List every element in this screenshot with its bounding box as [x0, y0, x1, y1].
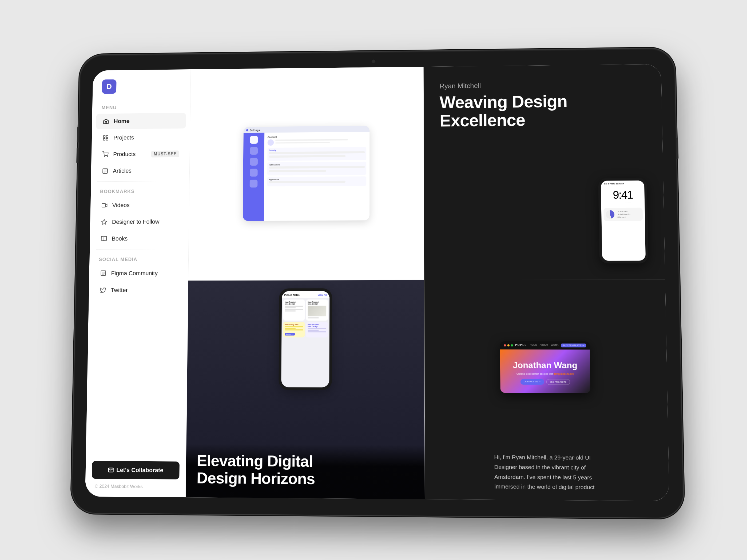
collaborate-button[interactable]: Let's Collaborate — [92, 461, 180, 479]
figma-community-label: Figma Community — [111, 270, 158, 277]
bookmarks-section-label: BOOKMARKS — [91, 183, 189, 197]
phone-time: 9:41 — [601, 186, 645, 203]
notes-header: Pinned Notes View All — [282, 291, 330, 298]
elevating-title: Elevating Digital Design Horizons — [197, 452, 414, 488]
hero-name: Ryan Mitchell — [439, 80, 645, 90]
twitter-label: Twitter — [111, 287, 128, 294]
sidebar-item-home[interactable]: Home — [96, 113, 186, 129]
svg-rect-1 — [106, 135, 108, 137]
phone-date: Sat 4 ✦ NYC 12:41 AM — [604, 183, 624, 185]
phone-status-bar: Sat 4 ✦ NYC 12:41 AM — [601, 181, 644, 186]
svg-point-4 — [104, 157, 105, 157]
ipad-device: D MENU Home — [72, 48, 684, 518]
portfolio-nav-bar: POPLE HOME ABOUT WORK BUY TEMPLATE → — [500, 341, 590, 350]
svg-rect-3 — [106, 138, 108, 140]
quadrant-hero: Ryan Mitchell Weaving Design Excellence … — [424, 64, 665, 280]
sidebar-item-twitter[interactable]: Twitter — [93, 282, 184, 298]
designer-to-follow-label: Designer to Follow — [112, 218, 159, 225]
note-card-2: New ProductIdea Design — [306, 299, 328, 321]
sidebar-item-books[interactable]: Books — [94, 231, 185, 247]
divider-1 — [97, 181, 183, 182]
svg-rect-2 — [103, 138, 105, 140]
divider-2 — [96, 249, 182, 249]
videos-icon — [101, 202, 108, 209]
portfolio-nav-links: POPLE HOME ABOUT WORK BUY TEMPLATE → — [515, 344, 586, 347]
note-card-4: New ProductIdea Design — [306, 322, 328, 337]
projects-icon — [102, 134, 109, 141]
books-label: Books — [111, 235, 128, 242]
home-label: Home — [114, 118, 130, 125]
quadrant-notes: Pinned Notes View All New ProductIdea De… — [186, 280, 425, 499]
volume-up-button — [77, 127, 79, 142]
hero-title: Weaving Design Excellence — [440, 91, 646, 130]
sidebar-item-videos[interactable]: Videos — [95, 197, 185, 213]
videos-label: Videos — [112, 202, 130, 209]
products-icon — [102, 151, 109, 158]
collaborate-label: Let's Collaborate — [116, 466, 163, 474]
sidebar: D MENU Home — [85, 69, 191, 497]
note-card-3: Interesting Idea Explore → — [283, 322, 305, 337]
phone-city-time — [601, 203, 645, 205]
sidebar-item-products[interactable]: Products MUST-SEE — [96, 146, 186, 162]
ipad-screen: D MENU Home — [85, 64, 669, 501]
articles-icon — [101, 167, 109, 175]
projects-btn[interactable]: SEE PROJECTS — [546, 379, 570, 385]
articles-label: Articles — [113, 167, 131, 175]
sidebar-logo-area: D — [93, 69, 191, 100]
quadrant-settings: Settings Account — [188, 67, 424, 280]
copyright-text: © 2024 Masbobz Works — [85, 481, 186, 497]
settings-tablet-mock: Settings Account — [243, 126, 369, 221]
notes-phone-mock: Pinned Notes View All New ProductIdea De… — [279, 288, 332, 390]
note-card-1: New ProductIdea Design — [283, 299, 305, 321]
contact-btn[interactable]: CONTACT ME → — [520, 379, 544, 385]
svg-marker-12 — [102, 219, 107, 224]
notes-grid: New ProductIdea Design New ProductIdea D… — [281, 298, 330, 339]
main-content: Settings Account — [186, 64, 669, 501]
bio-text: Hi, I'm Ryan Mitchell, a 29-year-old UI … — [494, 452, 599, 492]
phone-stats-widget: ↑ 2.3GB max ↓ 4.8MB transfer 198.4 used — [603, 208, 643, 221]
portfolio-cta-buttons: CONTACT ME → SEE PROJECTS — [507, 379, 584, 385]
sidebar-item-designer-to-follow[interactable]: Designer to Follow — [94, 214, 185, 230]
clock-phone-mock: Sat 4 ✦ NYC 12:41 AM 9:41 ↑ 2.3GB max ↓ — [598, 178, 648, 264]
bio-section: Hi, I'm Ryan Mitchell, a 29-year-old UI … — [494, 447, 599, 492]
twitter-icon — [99, 287, 107, 294]
email-icon — [108, 467, 114, 473]
star-icon — [101, 218, 108, 226]
svg-rect-10 — [102, 204, 106, 207]
books-icon — [100, 235, 108, 243]
portfolio-hero: Jonathan Wang Crafting pixel-perfect des… — [500, 350, 591, 393]
menu-section-label: MENU — [92, 99, 190, 113]
projects-label: Projects — [113, 134, 134, 141]
must-see-badge: MUST-SEE — [151, 151, 179, 157]
sidebar-item-articles[interactable]: Articles — [95, 163, 185, 179]
sidebar-item-projects[interactable]: Projects — [96, 129, 186, 145]
social-media-section-label: SOCIAL MEDIA — [89, 251, 188, 265]
portfolio-website-mock: POPLE HOME ABOUT WORK BUY TEMPLATE → Jon… — [500, 341, 591, 393]
home-icon — [102, 117, 110, 125]
sidebar-item-figma[interactable]: Figma Community — [93, 265, 184, 281]
figma-icon — [100, 270, 107, 277]
volume-down-button — [76, 148, 79, 163]
app-logo[interactable]: D — [102, 79, 117, 94]
svg-rect-0 — [104, 135, 105, 137]
products-label: Products — [113, 151, 136, 158]
svg-point-5 — [107, 157, 108, 157]
quadrant-portfolio: POPLE HOME ABOUT WORK BUY TEMPLATE → Jon… — [424, 279, 669, 501]
